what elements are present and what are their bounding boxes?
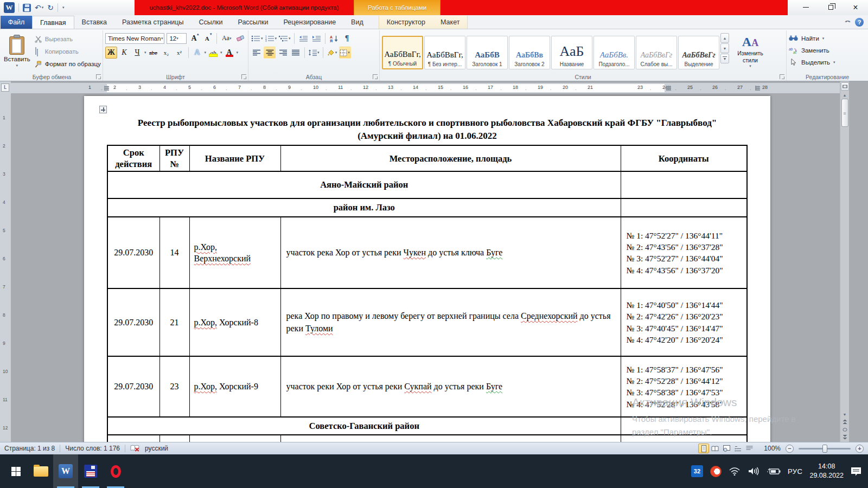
outline-view-button[interactable] — [732, 444, 743, 453]
borders-button[interactable]: ▾ — [339, 47, 351, 59]
tray-32bit-icon[interactable]: 32 — [691, 465, 703, 477]
close-button[interactable]: × — [843, 0, 868, 15]
table-move-handle-icon[interactable] — [99, 106, 107, 113]
empty-cell[interactable] — [107, 435, 159, 442]
vertical-ruler[interactable]: L 123456789101112 — [0, 81, 11, 442]
text-effects-dropdown[interactable]: ▾ — [205, 50, 207, 55]
font-dialog-launcher[interactable] — [241, 74, 246, 79]
bold-button[interactable]: Ж — [105, 47, 117, 59]
help-icon[interactable]: ? — [855, 18, 864, 27]
scroll-down-arrow[interactable]: ▼ — [841, 410, 849, 418]
empty-cell[interactable] — [159, 435, 189, 442]
ribbon-tab[interactable]: Главная — [32, 16, 74, 29]
empty-cell[interactable] — [621, 198, 747, 217]
language-indicator[interactable]: русский — [145, 445, 168, 452]
action-center-icon[interactable] — [851, 467, 861, 476]
paragraph-dialog-launcher[interactable] — [373, 74, 378, 79]
customize-qat-button[interactable]: ▾ — [62, 5, 65, 10]
align-left-button[interactable] — [251, 47, 263, 59]
collapse-ribbon-icon[interactable]: ᴖ — [845, 20, 851, 25]
coordinates-cell[interactable]: № 1: 47°52'27" / 136°44'11"№ 2: 47°43'56… — [621, 217, 747, 288]
bullets-button[interactable]: ▾ — [251, 33, 264, 44]
zoom-in-button[interactable]: + — [856, 445, 864, 453]
period-cell[interactable]: 29.07.2030 — [107, 217, 159, 288]
restore-button[interactable] — [818, 0, 843, 15]
ruler-column-marker[interactable] — [755, 86, 760, 91]
file-explorer-button[interactable] — [28, 454, 53, 488]
spellcheck-icon[interactable] — [130, 445, 140, 452]
show-marks-button[interactable]: ¶ — [341, 33, 353, 44]
word-taskbar-button[interactable]: W — [53, 454, 78, 488]
ribbon-tab[interactable]: Разметка страницы — [114, 16, 191, 29]
empty-cell[interactable] — [189, 435, 280, 442]
keyboard-language[interactable]: РУС — [788, 467, 803, 476]
location-cell[interactable]: участок реки Хор от устья реки Сукпай до… — [280, 356, 621, 417]
sort-button[interactable]: АЯ — [328, 33, 340, 44]
numbering-button[interactable]: 123▾ — [265, 33, 278, 44]
section-title-cell[interactable]: Аяно-Майский район — [107, 171, 621, 198]
print-layout-view-button[interactable] — [698, 444, 709, 453]
style-gallery-item[interactable]: АаБбВвЗаголовок 2 — [509, 36, 550, 69]
section-title-cell[interactable]: Советско-Гаванский район — [107, 417, 621, 435]
column-header[interactable]: Название РПУ — [189, 145, 280, 171]
start-button[interactable] — [3, 454, 28, 488]
zoom-slider[interactable] — [799, 448, 851, 450]
previous-page-button[interactable] — [841, 418, 849, 426]
align-center-button[interactable] — [264, 47, 276, 59]
styles-dialog-launcher[interactable] — [780, 74, 784, 79]
web-layout-view-button[interactable] — [721, 444, 732, 453]
ruler-indent-marker[interactable] — [104, 86, 109, 91]
contextual-ribbon-tab[interactable]: Конструктор — [379, 16, 433, 29]
change-styles-button[interactable]: АА Изменить стили ▾ — [732, 31, 768, 72]
document-scroll-region[interactable]: 1·2·3·4·5·6·7·8·9·10·11·12·13·14·15·16·1… — [11, 81, 840, 442]
location-cell[interactable]: участок река Хор от устья реки Чукен до … — [280, 217, 621, 288]
wifi-icon[interactable] — [729, 467, 741, 476]
empty-cell[interactable] — [621, 417, 747, 435]
tab-selector-icon[interactable]: L — [1, 84, 9, 92]
rpu-name-cell[interactable]: р.Хор, Верхнехорский — [189, 217, 280, 288]
contextual-ribbon-tab[interactable]: Макет — [433, 16, 467, 29]
battery-icon[interactable] — [767, 467, 781, 475]
style-gallery-item[interactable]: АаБбВвГгСлабое вы... — [636, 36, 677, 69]
page-indicator[interactable]: Страница: 1 из 8 — [4, 445, 55, 452]
registry-table[interactable]: Срок действияРПУ №Название РПУМестораспо… — [107, 145, 748, 442]
draft-view-button[interactable] — [744, 444, 755, 453]
style-gallery-item[interactable]: АаБбВЗаголовок 1 — [467, 36, 508, 69]
scrollbar-thumb[interactable] — [841, 99, 848, 127]
column-header[interactable]: Координаты — [621, 145, 747, 171]
cut-button[interactable]: Вырезать — [34, 34, 101, 44]
word-count[interactable]: Число слов: 1 176 — [65, 445, 120, 452]
minimize-button[interactable] — [793, 0, 818, 15]
ribbon-tab[interactable]: Рассылки — [230, 16, 276, 29]
style-gallery-item[interactable]: АаБбВвГг,¶ Без интер... — [424, 36, 465, 69]
ccleaner-icon[interactable] — [710, 466, 722, 477]
document-heading[interactable]: Реестр рыбопромысловых участков для орга… — [106, 117, 749, 143]
ribbon-tab[interactable]: Вид — [343, 16, 371, 29]
italic-button[interactable]: К — [118, 47, 130, 59]
coordinates-cell[interactable]: № 1: 47°40'50" / 136°14'44"№ 2: 47°42'26… — [621, 288, 747, 356]
gallery-down-button[interactable]: ▼ — [720, 43, 729, 53]
rpu-number-cell[interactable]: 23 — [159, 356, 189, 417]
font-color-dropdown[interactable]: ▾ — [237, 50, 239, 55]
gallery-more-button[interactable]: ▼ — [720, 54, 729, 63]
horizontal-ruler[interactable]: 1·2·3·4·5·6·7·8·9·10·11·12·13·14·15·16·1… — [11, 83, 840, 93]
increase-indent-button[interactable] — [310, 33, 322, 44]
ruler-margin-marker[interactable] — [666, 86, 671, 91]
section-title-cell[interactable]: район им. Лазо — [107, 198, 621, 217]
align-right-button[interactable] — [277, 47, 289, 59]
column-header[interactable]: Месторасположение, площадь — [280, 145, 621, 171]
line-spacing-button[interactable]: ▾ — [308, 47, 320, 59]
gallery-up-button[interactable]: ▲ — [720, 33, 729, 43]
opera-taskbar-button[interactable] — [103, 454, 128, 488]
format-painter-button[interactable]: Формат по образцу — [34, 59, 101, 69]
highlight-button[interactable]: ab — [207, 47, 219, 59]
shading-button[interactable]: ▾ — [326, 47, 338, 59]
superscript-button[interactable]: x² — [174, 47, 186, 59]
paste-button[interactable]: Вставить ▾ — [3, 31, 31, 72]
clock[interactable]: 14:08 29.08.2022 — [809, 462, 844, 480]
tab-file[interactable]: Файл — [1, 16, 32, 29]
location-cell[interactable]: река Хор по правому и левому берегу от в… — [280, 288, 621, 356]
strikethrough-button[interactable]: abe — [148, 47, 159, 59]
style-gallery-item[interactable]: АаБбВвГгВыделение — [678, 36, 719, 69]
font-size-select[interactable]: 12▾ — [167, 33, 186, 44]
